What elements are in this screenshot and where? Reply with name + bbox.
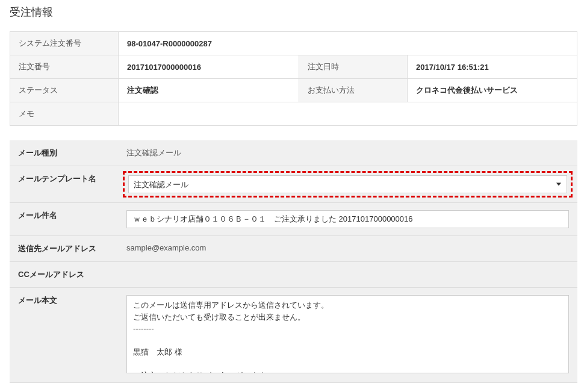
body-textarea[interactable]	[126, 295, 569, 373]
order-date-label: 注文日時	[299, 55, 408, 79]
order-no-label: 注文番号	[10, 55, 119, 79]
status-value: 注文確認	[119, 79, 299, 102]
body-label: メール本文	[10, 288, 118, 383]
system-order-no-label: システム注文番号	[10, 32, 119, 55]
mail-type-value: 注文確認メール	[118, 140, 577, 166]
order-date-value: 2017/10/17 16:51:21	[408, 55, 577, 79]
template-highlight-box: 注文確認メール	[123, 171, 573, 198]
memo-label: メモ	[10, 102, 119, 126]
cc-value	[118, 262, 577, 288]
mail-form-table: メール種別 注文確認メール メールテンプレート名 注文確認メール メール件名 送…	[10, 140, 577, 383]
template-select[interactable]: 注文確認メール	[128, 175, 567, 193]
system-order-no-value: 98-01047-R0000000287	[119, 32, 577, 55]
cc-label: CCメールアドレス	[10, 262, 118, 288]
order-info-table: システム注文番号 98-01047-R0000000287 注文番号 20171…	[10, 31, 577, 126]
page-title: 受注情報	[10, 5, 577, 19]
subject-label: メール件名	[10, 203, 118, 236]
payment-label: お支払い方法	[299, 79, 408, 102]
to-label: 送信先メールアドレス	[10, 236, 118, 262]
order-no-value: 20171017000000016	[119, 55, 299, 79]
memo-value	[119, 102, 577, 126]
status-label: ステータス	[10, 79, 119, 102]
to-value: sample@example.com	[118, 236, 577, 262]
payment-value: クロネコ代金後払いサービス	[408, 79, 577, 102]
subject-input[interactable]	[126, 210, 569, 228]
mail-type-label: メール種別	[10, 140, 118, 166]
template-label: メールテンプレート名	[10, 166, 118, 203]
